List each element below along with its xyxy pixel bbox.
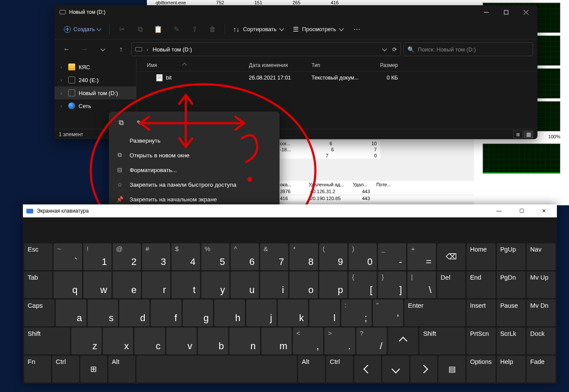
- key[interactable]: Caps: [24, 300, 54, 326]
- key[interactable]: "': [373, 300, 403, 326]
- key[interactable]: &7: [260, 243, 288, 270]
- key[interactable]: +=: [407, 243, 435, 270]
- key[interactable]: PgUp: [497, 243, 526, 270]
- key[interactable]: (9: [319, 243, 347, 270]
- file-row[interactable]: bit26.08.2021 17:01Текстовый докум...0 К…: [137, 72, 537, 84]
- key[interactable]: #3: [142, 243, 170, 270]
- columns-header[interactable]: Имя Дата изменения Тип Размер: [137, 59, 537, 72]
- key[interactable]: %5: [201, 243, 229, 270]
- tree-item[interactable]: ›Сеть: [54, 99, 136, 112]
- key[interactable]: )0: [349, 243, 377, 270]
- key[interactable]: Tab: [24, 271, 52, 298]
- key[interactable]: t: [172, 271, 200, 298]
- key[interactable]: Options: [467, 356, 496, 382]
- key[interactable]: v: [166, 328, 197, 354]
- key[interactable]: $4: [172, 243, 200, 270]
- up-button[interactable]: ↑: [113, 42, 129, 56]
- address-bar[interactable]: › Новый том (D:) ⟳: [131, 42, 401, 56]
- minimize-button[interactable]: [476, 6, 496, 19]
- key[interactable]: Ctrl: [52, 356, 79, 382]
- key[interactable]: Shift: [420, 328, 465, 354]
- key[interactable]: b: [198, 328, 228, 354]
- key[interactable]: m: [261, 328, 292, 354]
- key[interactable]: ⌫: [437, 243, 465, 270]
- key[interactable]: ScrLk: [497, 328, 526, 354]
- key[interactable]: a: [56, 300, 86, 326]
- key[interactable]: <,: [293, 328, 323, 354]
- key[interactable]: !1: [83, 243, 111, 270]
- key[interactable]: h: [214, 300, 245, 326]
- cut-button[interactable]: ✂: [113, 22, 130, 37]
- key[interactable]: k: [278, 300, 308, 326]
- copy-button[interactable]: ⧉: [131, 22, 149, 37]
- create-button[interactable]: Создать: [59, 22, 106, 37]
- osk-minimize-button[interactable]: —: [490, 205, 509, 217]
- key[interactable]: Alt: [108, 356, 135, 382]
- key[interactable]: s: [88, 300, 118, 326]
- key[interactable]: [354, 356, 381, 382]
- key[interactable]: p: [319, 271, 347, 298]
- key[interactable]: g: [183, 300, 213, 326]
- expand-chevron-icon[interactable]: ›: [60, 104, 65, 108]
- key[interactable]: |\: [407, 271, 435, 298]
- key[interactable]: {[: [349, 271, 377, 298]
- key[interactable]: [382, 356, 409, 382]
- key[interactable]: Ctrl: [326, 356, 353, 382]
- key[interactable]: i: [260, 271, 288, 298]
- key[interactable]: Esc: [24, 243, 52, 270]
- details-view-button[interactable]: ≣: [513, 131, 523, 138]
- key[interactable]: c: [134, 328, 165, 354]
- back-button[interactable]: ←: [59, 42, 74, 56]
- tree-item[interactable]: ›Новый том (D:): [54, 86, 136, 99]
- key[interactable]: Insert: [467, 300, 496, 326]
- expand-chevron-icon[interactable]: ›: [60, 65, 65, 70]
- key[interactable]: Mv Up: [527, 271, 556, 298]
- key[interactable]: Del: [437, 271, 465, 298]
- icons-view-button[interactable]: ▦: [524, 131, 533, 138]
- key[interactable]: r: [142, 271, 170, 298]
- key[interactable]: Fn: [24, 356, 51, 382]
- key[interactable]: Mv Dn: [527, 300, 556, 326]
- key[interactable]: ^6: [231, 243, 259, 270]
- key[interactable]: Fade: [527, 356, 556, 382]
- key[interactable]: z: [71, 328, 102, 354]
- context-pin-quick-access[interactable]: ☆Закрепить на панели быстрого доступа: [109, 177, 280, 192]
- key[interactable]: n: [229, 328, 260, 354]
- forward-button[interactable]: →: [77, 42, 92, 56]
- paste-button[interactable]: 📋: [149, 22, 167, 37]
- key[interactable]: Shift: [24, 328, 70, 354]
- key[interactable]: q: [54, 271, 82, 298]
- key[interactable]: f: [151, 300, 181, 326]
- key[interactable]: >.: [324, 328, 355, 354]
- key[interactable]: ?/: [356, 328, 387, 354]
- address-dropdown[interactable]: [382, 46, 387, 51]
- osk-maximize-button[interactable]: ☐: [512, 205, 531, 217]
- key[interactable]: l: [309, 300, 340, 326]
- context-open-new-window[interactable]: ⧉Открыть в новом окне: [109, 148, 280, 163]
- key[interactable]: [410, 356, 437, 382]
- maximize-button[interactable]: [496, 6, 516, 19]
- key[interactable]: Help: [497, 356, 526, 382]
- key[interactable]: Home: [467, 243, 496, 270]
- key[interactable]: [388, 328, 418, 354]
- key[interactable]: d: [119, 300, 149, 326]
- key[interactable]: PgDn: [497, 271, 526, 298]
- rename-button[interactable]: ✎: [168, 22, 185, 37]
- context-format[interactable]: ⊟Форматировать...: [109, 163, 280, 177]
- key[interactable]: Nav: [527, 243, 556, 270]
- key[interactable]: j: [246, 300, 277, 326]
- tree-item[interactable]: ›КЯС: [54, 61, 136, 73]
- rename-icon-button[interactable]: ✎: [131, 116, 147, 130]
- key[interactable]: x: [103, 328, 133, 354]
- address-segment[interactable]: Новый том (D:): [153, 46, 192, 53]
- recent-button[interactable]: [95, 42, 111, 56]
- key[interactable]: *8: [289, 243, 318, 270]
- key[interactable]: [137, 356, 297, 382]
- osk-close-button[interactable]: ✕: [534, 205, 553, 217]
- more-button[interactable]: ⋯: [348, 22, 366, 37]
- key[interactable]: Alt: [298, 356, 325, 382]
- key[interactable]: _-: [378, 243, 406, 270]
- key[interactable]: o: [289, 271, 318, 298]
- key[interactable]: Dock: [527, 328, 556, 354]
- expand-chevron-icon[interactable]: ›: [60, 91, 65, 96]
